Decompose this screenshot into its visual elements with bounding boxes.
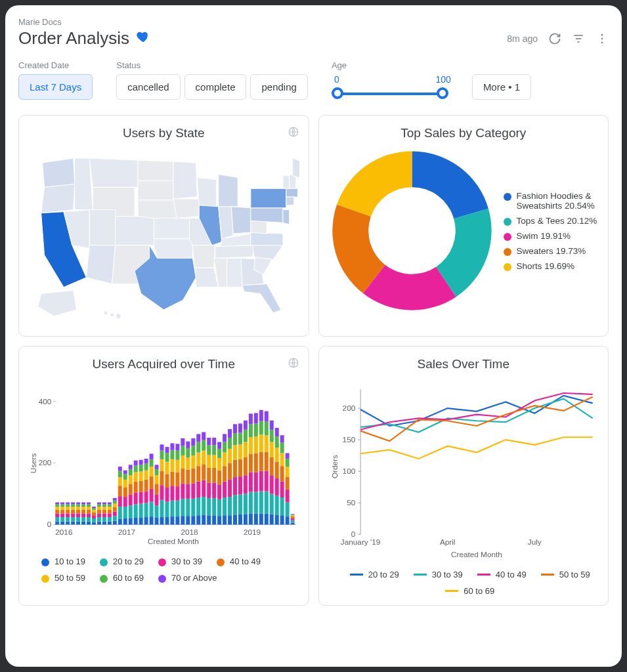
- bar-segment[interactable]: [212, 498, 216, 515]
- bar-segment[interactable]: [265, 411, 269, 422]
- bar-segment[interactable]: [160, 471, 164, 486]
- bar-segment[interactable]: [265, 492, 269, 514]
- bar-segment[interactable]: [175, 451, 179, 460]
- bar-segment[interactable]: [92, 510, 96, 513]
- bar-segment[interactable]: [207, 468, 211, 483]
- stacked-bar-chart[interactable]: 02004002016201720182019 Users Created Mo…: [28, 378, 299, 549]
- bar-segment[interactable]: [118, 507, 122, 519]
- bar-segment[interactable]: [259, 421, 263, 435]
- state-vt[interactable]: [283, 176, 290, 189]
- bar-segment[interactable]: [123, 497, 127, 507]
- bar-segment[interactable]: [71, 513, 75, 517]
- bar-segment[interactable]: [87, 510, 91, 514]
- state-mn[interactable]: [173, 161, 197, 199]
- bar-segment[interactable]: [196, 442, 200, 453]
- bar-segment[interactable]: [170, 516, 174, 524]
- bar-segment[interactable]: [118, 496, 122, 507]
- breadcrumb[interactable]: Marie Docs: [18, 17, 609, 27]
- bar-segment[interactable]: [228, 515, 232, 524]
- favorite-icon[interactable]: [136, 30, 150, 47]
- bar-segment[interactable]: [113, 516, 117, 521]
- bar-segment[interactable]: [134, 493, 138, 505]
- bar-segment[interactable]: [202, 440, 205, 451]
- state-nd[interactable]: [138, 160, 173, 180]
- pill-complete[interactable]: complete: [184, 74, 247, 100]
- bar-segment[interactable]: [60, 507, 64, 510]
- pill-last-7-days[interactable]: Last 7 Days: [18, 74, 93, 100]
- bar-segment[interactable]: [81, 517, 85, 522]
- bar-segment[interactable]: [150, 489, 154, 502]
- bar-segment[interactable]: [196, 434, 200, 442]
- bar-segment[interactable]: [249, 413, 253, 424]
- bar-segment[interactable]: [238, 459, 242, 476]
- bar-segment[interactable]: [249, 513, 253, 524]
- bar-segment[interactable]: [259, 434, 263, 452]
- bar-segment[interactable]: [55, 522, 59, 525]
- bar-segment[interactable]: [175, 516, 179, 524]
- bar-segment[interactable]: [129, 484, 133, 494]
- slider-handle-min[interactable]: [332, 87, 343, 99]
- bar-segment[interactable]: [160, 517, 164, 524]
- bar-segment[interactable]: [207, 498, 211, 515]
- bar-segment[interactable]: [170, 443, 174, 450]
- bar-segment[interactable]: [212, 482, 216, 497]
- bar-segment[interactable]: [191, 516, 195, 524]
- globe-icon[interactable]: [288, 357, 299, 371]
- bar-segment[interactable]: [207, 438, 211, 445]
- bar-segment[interactable]: [113, 507, 117, 512]
- bar-segment[interactable]: [71, 504, 75, 507]
- bar-segment[interactable]: [238, 444, 242, 459]
- bar-segment[interactable]: [150, 459, 154, 467]
- bar-segment[interactable]: [202, 432, 205, 440]
- bar-segment[interactable]: [129, 518, 133, 524]
- bar-segment[interactable]: [170, 459, 174, 472]
- state-mi[interactable]: [219, 175, 238, 207]
- state-nj[interactable]: [283, 210, 290, 225]
- bar-segment[interactable]: [87, 503, 91, 505]
- bar-segment[interactable]: [280, 466, 284, 481]
- bar-segment[interactable]: [76, 507, 80, 510]
- bar-segment[interactable]: [76, 503, 80, 505]
- state-ar[interactable]: [192, 245, 215, 268]
- state-ny[interactable]: [251, 188, 286, 207]
- state-ct[interactable]: [286, 197, 294, 205]
- state-hi[interactable]: [104, 311, 121, 319]
- bar-segment[interactable]: [186, 442, 190, 448]
- bar-segment[interactable]: [244, 442, 248, 457]
- bar-segment[interactable]: [212, 515, 216, 524]
- bar-segment[interactable]: [244, 421, 248, 430]
- bar-segment[interactable]: [66, 510, 70, 514]
- state-az[interactable]: [86, 245, 115, 284]
- bar-segment[interactable]: [165, 462, 169, 474]
- donut-slice[interactable]: [412, 151, 488, 219]
- bar-segment[interactable]: [286, 503, 290, 517]
- bar-segment[interactable]: [207, 445, 211, 455]
- bar-segment[interactable]: [102, 517, 106, 522]
- bar-segment[interactable]: [275, 448, 279, 462]
- bar-segment[interactable]: [202, 480, 205, 497]
- bar-segment[interactable]: [60, 517, 64, 522]
- legend-item[interactable]: Fashion Hoodies & Sweatshirts 20.54%: [504, 191, 599, 211]
- bar-segment[interactable]: [175, 486, 179, 501]
- age-slider[interactable]: 0 100: [332, 74, 448, 100]
- bar-segment[interactable]: [202, 451, 205, 465]
- bar-segment[interactable]: [139, 492, 143, 504]
- bar-segment[interactable]: [196, 466, 200, 481]
- bar-segment[interactable]: [212, 455, 216, 468]
- legend-item[interactable]: 20 to 29: [100, 556, 144, 566]
- bar-segment[interactable]: [108, 507, 112, 510]
- bar-segment[interactable]: [286, 490, 290, 503]
- legend-item[interactable]: 70 or Above: [158, 573, 217, 583]
- bar-segment[interactable]: [181, 516, 184, 524]
- bar-segment[interactable]: [92, 522, 96, 525]
- bar-segment[interactable]: [76, 510, 80, 514]
- bar-segment[interactable]: [81, 504, 85, 507]
- bar-segment[interactable]: [150, 516, 154, 524]
- bar-segment[interactable]: [118, 477, 122, 486]
- bar-segment[interactable]: [175, 460, 179, 472]
- bar-segment[interactable]: [233, 477, 237, 495]
- bar-segment[interactable]: [286, 467, 290, 477]
- bar-segment[interactable]: [233, 433, 237, 445]
- legend-item[interactable]: 30 to 39: [414, 570, 463, 579]
- legend-item[interactable]: 40 to 49: [477, 570, 527, 579]
